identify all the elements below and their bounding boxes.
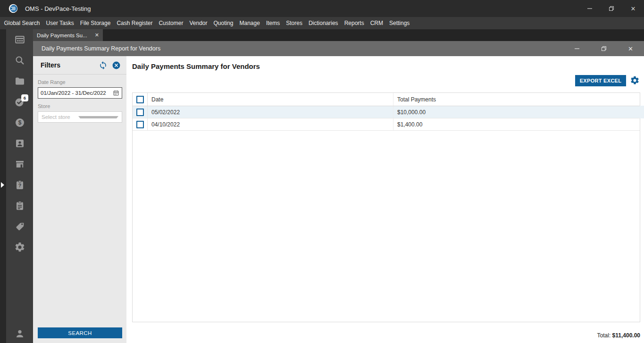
filters-title: Filters bbox=[41, 61, 94, 69]
chevron-down-icon bbox=[78, 116, 119, 118]
menu-item-settings[interactable]: Settings bbox=[386, 17, 412, 29]
menu-item-crm[interactable]: CRM bbox=[367, 17, 386, 29]
menu-item-cash-register[interactable]: Cash Register bbox=[114, 17, 156, 29]
store-label: Store bbox=[38, 103, 126, 109]
svg-text:$: $ bbox=[18, 119, 21, 126]
row-total: $10,000.00 bbox=[393, 106, 640, 118]
search-icon bbox=[14, 55, 25, 66]
menu-item-customer[interactable]: Customer bbox=[156, 17, 186, 29]
date-range-input[interactable]: 01/Jan/2022 - 31/Dec/2022 bbox=[38, 87, 122, 99]
menu-item-dictionaries[interactable]: Dictionaries bbox=[305, 17, 341, 29]
tab-daily-payments[interactable]: Daily Payments Su... ✕ bbox=[33, 29, 103, 41]
sidebar-item-store[interactable] bbox=[6, 154, 33, 175]
select-all-checkbox[interactable] bbox=[136, 96, 144, 103]
sidebar-item-clipboard-list[interactable] bbox=[6, 195, 33, 216]
app-title: OMS - DevPace-Testing bbox=[25, 5, 91, 12]
doc-restore-button[interactable] bbox=[590, 41, 617, 56]
menu-item-vendor[interactable]: Vendor bbox=[186, 17, 210, 29]
app-logo-icon bbox=[8, 4, 18, 13]
sidebar-item-folder[interactable] bbox=[6, 71, 33, 92]
sidebar-item-dashboard[interactable] bbox=[6, 29, 33, 50]
app-titlebar: OMS - DevPace-Testing ✕ bbox=[0, 0, 644, 17]
sidebar-expand-arrow[interactable] bbox=[1, 182, 4, 188]
row-date: 05/02/2022 bbox=[148, 106, 393, 118]
dollar-icon: $ bbox=[14, 117, 25, 128]
menu-item-stores[interactable]: Stores bbox=[283, 17, 306, 29]
gear-icon[interactable] bbox=[630, 75, 640, 85]
export-excel-button[interactable]: EXPORT EXCEL bbox=[575, 75, 626, 86]
payments-table: Date Total Payments 05/02/2022 $10,000.0… bbox=[132, 92, 640, 322]
store-icon bbox=[14, 159, 25, 170]
total-value: $11,400.00 bbox=[612, 332, 640, 339]
sidebar: 6$? bbox=[0, 29, 33, 343]
calendar-icon[interactable] bbox=[113, 90, 119, 96]
menu-item-manage[interactable]: Manage bbox=[236, 17, 263, 29]
tab-label: Daily Payments Su... bbox=[37, 33, 92, 38]
table-row[interactable]: 04/10/2022 $1,400.00 bbox=[133, 118, 640, 131]
row-total: $1,400.00 bbox=[393, 118, 640, 130]
table-row[interactable]: 05/02/2022 $10,000.00 bbox=[133, 106, 640, 118]
notification-badge: 6 bbox=[21, 94, 28, 101]
menu-item-user-tasks[interactable]: User Tasks bbox=[43, 17, 77, 29]
doc-close-button[interactable]: ✕ bbox=[617, 41, 644, 56]
column-header-date[interactable]: Date bbox=[148, 93, 393, 106]
menu-item-global-search[interactable]: Global Search bbox=[1, 17, 43, 29]
report-title: Daily Payments Summary for Vendors bbox=[132, 62, 260, 70]
sidebar-item-gear[interactable] bbox=[6, 237, 33, 258]
folder-icon bbox=[14, 75, 25, 87]
report-content: Daily Payments Summary for Vendors EXPOR… bbox=[126, 56, 644, 343]
svg-text:?: ? bbox=[18, 183, 21, 188]
close-circle-icon[interactable] bbox=[111, 60, 121, 70]
sidebar-item-contact-card[interactable] bbox=[6, 133, 33, 154]
doc-minimize-button[interactable] bbox=[563, 41, 590, 56]
minimize-button[interactable] bbox=[579, 0, 601, 17]
date-range-value: 01/Jan/2022 - 31/Dec/2022 bbox=[41, 90, 113, 96]
dashboard-icon bbox=[14, 34, 25, 45]
sidebar-item-dollar[interactable]: $ bbox=[6, 112, 33, 133]
column-header-total-payments[interactable]: Total Payments bbox=[393, 93, 640, 106]
row-date: 04/10/2022 bbox=[148, 118, 393, 130]
user-icon bbox=[14, 328, 25, 339]
menu-bar: Global SearchUser TasksFile StorageCash … bbox=[0, 17, 644, 29]
store-placeholder: Select store bbox=[42, 114, 78, 120]
close-button[interactable]: ✕ bbox=[622, 0, 644, 17]
tag-icon bbox=[14, 221, 25, 232]
sidebar-item-search[interactable] bbox=[6, 50, 33, 71]
sidebar-item-user[interactable] bbox=[6, 326, 33, 341]
sidebar-item-tag[interactable] bbox=[6, 216, 33, 237]
restore-button[interactable] bbox=[601, 0, 622, 17]
search-button[interactable]: SEARCH bbox=[38, 327, 122, 338]
total-label: Total: bbox=[597, 332, 611, 339]
clipboard-question-icon: ? bbox=[14, 179, 25, 191]
table-header: Date Total Payments bbox=[133, 93, 640, 106]
menu-item-quoting[interactable]: Quoting bbox=[210, 17, 236, 29]
total-footer: Total: $11,400.00 bbox=[597, 332, 640, 339]
menu-item-reports[interactable]: Reports bbox=[341, 17, 367, 29]
row-checkbox[interactable] bbox=[136, 121, 144, 128]
date-range-label: Date Range bbox=[38, 79, 126, 85]
clipboard-list-icon bbox=[14, 200, 25, 211]
contact-card-icon bbox=[14, 138, 25, 149]
gear-icon bbox=[14, 242, 25, 253]
sidebar-item-tasks-check[interactable]: 6 bbox=[6, 92, 33, 112]
tab-close-icon[interactable]: ✕ bbox=[95, 32, 99, 38]
store-select[interactable]: Select store bbox=[38, 111, 122, 123]
doc-title: Daily Payments Summary Report for Vendor… bbox=[42, 45, 160, 52]
row-checkbox[interactable] bbox=[136, 109, 144, 116]
sidebar-item-clipboard-question[interactable]: ? bbox=[6, 175, 33, 195]
doc-titlebar: Daily Payments Summary Report for Vendor… bbox=[33, 41, 644, 56]
menu-item-file-storage[interactable]: File Storage bbox=[77, 17, 114, 29]
menu-item-items[interactable]: Items bbox=[263, 17, 283, 29]
refresh-icon[interactable] bbox=[98, 60, 108, 70]
tab-strip: Daily Payments Su... ✕ bbox=[33, 29, 644, 41]
filters-panel: Filters Date Range 01/Jan/2022 - 31/Dec/… bbox=[33, 56, 126, 343]
